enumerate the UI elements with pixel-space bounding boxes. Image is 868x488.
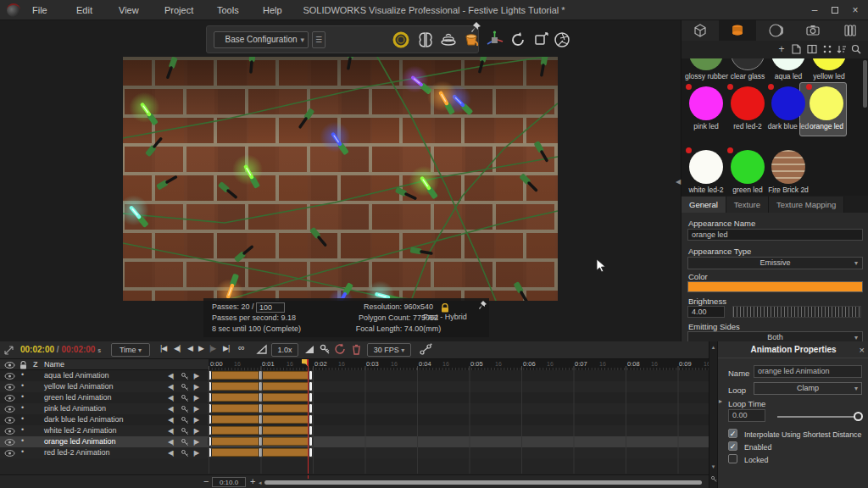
prev-keyframe-button[interactable]: ◀| <box>168 383 173 391</box>
configuration-select[interactable]: Base Configuration▾ <box>214 31 309 48</box>
prev-keyframe-button[interactable]: ◀| <box>168 394 173 402</box>
next-keyframe-button[interactable]: |▶ <box>193 416 198 424</box>
keyframe-pill[interactable] <box>208 403 212 413</box>
split-compare-icon[interactable] <box>416 30 437 51</box>
key-icon[interactable] <box>181 372 189 380</box>
track-row[interactable]: •orange led Animation◀||▶ <box>0 436 709 447</box>
panel-collapse-arrow[interactable]: ▸ <box>719 397 722 405</box>
add-appearance-button[interactable]: + <box>775 43 788 57</box>
keyframe-pill[interactable] <box>309 403 313 413</box>
tab-general[interactable]: General <box>682 197 726 213</box>
key-filter-icon[interactable] <box>710 475 717 483</box>
import-button[interactable] <box>790 43 804 57</box>
keyframe-pill[interactable] <box>259 403 263 413</box>
key-icon[interactable] <box>181 416 189 424</box>
pin-icon[interactable] <box>477 300 487 310</box>
eye-icon[interactable] <box>4 395 15 402</box>
key-icon[interactable] <box>181 449 189 458</box>
track-row[interactable]: •aqua led Animation◀||▶ <box>0 370 709 381</box>
swatch-glossy-rubber[interactable]: glossy rubber <box>685 58 727 80</box>
close-icon[interactable]: × <box>860 341 865 358</box>
delete-keyframe-icon[interactable] <box>350 343 363 356</box>
timeline-ruler[interactable]: 0:0016 0:0116 0:0216 0:0316 0:0416 0:051… <box>209 359 709 370</box>
lock-toggle[interactable]: • <box>21 370 24 379</box>
next-keyframe-button[interactable]: |▶ <box>193 427 198 435</box>
track-row[interactable]: •white led-2 Animation◀||▶ <box>0 425 709 436</box>
locked-checkbox[interactable] <box>728 454 737 463</box>
sort-button[interactable] <box>836 43 849 57</box>
time-mode-select[interactable]: Time ▾ <box>111 343 150 357</box>
keyframe-pill[interactable] <box>259 414 263 424</box>
lock-toggle[interactable]: • <box>21 447 24 456</box>
keyframe-pill[interactable] <box>208 436 212 446</box>
prev-keyframe-button[interactable]: ◀| <box>168 416 173 424</box>
keyframe-pill[interactable] <box>259 436 263 446</box>
key-icon[interactable] <box>319 343 331 356</box>
scroll-up-arrow[interactable]: ▴ <box>709 344 717 351</box>
key-icon[interactable] <box>181 427 189 435</box>
eye-icon[interactable] <box>4 417 15 424</box>
tab-texture-mapping[interactable]: Texture Mapping <box>769 197 844 213</box>
track-name[interactable]: white led-2 Animation <box>44 426 117 435</box>
keyframe-pill[interactable] <box>309 381 313 391</box>
keyframe-pill[interactable] <box>309 392 313 402</box>
keyframe-bar[interactable] <box>209 448 313 457</box>
brightness-slider[interactable] <box>732 306 861 318</box>
loop-playback-button[interactable]: ∞ <box>238 342 244 352</box>
swatch-yellow-led[interactable]: yellow led <box>808 58 850 80</box>
keyframe-pill[interactable] <box>208 381 212 391</box>
swatch-clear-glass[interactable]: clear glass <box>726 58 769 80</box>
track-name[interactable]: aqua led Animation <box>44 371 109 380</box>
playback-speed-select[interactable]: 1.0x <box>271 343 298 357</box>
play-reverse-button[interactable]: ◀ <box>187 344 192 352</box>
interpolate-checkbox[interactable]: ✓ <box>728 429 737 438</box>
play-button[interactable]: ▶ <box>198 344 203 352</box>
next-keyframe-button[interactable]: |▶ <box>193 438 198 446</box>
swatch-dark-blue-led[interactable]: dark blue led <box>767 86 810 130</box>
resize-panel-icon[interactable] <box>3 345 14 356</box>
keyframe-bar[interactable] <box>209 415 313 424</box>
pin-icon[interactable] <box>470 21 481 33</box>
key-icon[interactable] <box>181 383 189 391</box>
enabled-checkbox[interactable]: ✓ <box>728 441 737 451</box>
color-swatch-bar[interactable] <box>687 281 863 292</box>
track-name[interactable]: green led Animation <box>44 393 112 402</box>
appearance-ring-icon[interactable] <box>392 30 412 51</box>
restore-button[interactable] <box>826 0 844 20</box>
loop-keyframe-icon[interactable] <box>334 343 347 356</box>
next-keyframe-button[interactable]: |▶ <box>193 405 198 413</box>
key-icon[interactable] <box>181 438 189 446</box>
next-keyframe-button[interactable]: |▶ <box>193 372 198 380</box>
object-copy-icon[interactable] <box>531 30 551 50</box>
keyframe-pill[interactable] <box>208 392 212 402</box>
lock-toggle[interactable]: • <box>21 392 24 401</box>
tab-library[interactable] <box>832 20 868 41</box>
keyframe-bar[interactable] <box>209 437 313 446</box>
keyframe-bar[interactable] <box>209 426 313 435</box>
keyframe-pill[interactable] <box>208 447 212 458</box>
key-icon[interactable] <box>181 405 189 413</box>
track-name[interactable]: red led-2 Animation <box>44 448 110 457</box>
next-keyframe-button[interactable]: |▶ <box>193 449 198 457</box>
appearance-name-input[interactable]: orange led <box>687 229 863 241</box>
track-row[interactable]: •yellow led Animation◀||▶ <box>0 381 709 392</box>
keyframe-options-icon[interactable] <box>419 343 432 356</box>
keyframe-pill[interactable] <box>259 370 263 380</box>
playhead-line[interactable] <box>308 359 309 474</box>
eye-icon[interactable] <box>4 384 15 391</box>
keyframe-pill[interactable] <box>309 414 313 424</box>
swatch-red-led-2[interactable]: red led-2 <box>726 86 769 130</box>
track-row[interactable]: •red led-2 Animation◀||▶ <box>0 447 709 458</box>
track-row[interactable]: •green led Animation◀||▶ <box>0 392 709 403</box>
grid-view-button[interactable] <box>821 43 835 57</box>
search-icon[interactable] <box>850 43 864 57</box>
tab-cameras[interactable] <box>794 20 832 41</box>
lock-toggle[interactable]: • <box>21 436 24 445</box>
loop-time-input[interactable]: 0.00 <box>728 409 765 422</box>
rotate-icon[interactable] <box>509 30 529 51</box>
track-name[interactable]: yellow led Animation <box>44 382 114 391</box>
render-viewport[interactable] <box>123 57 558 301</box>
track-name[interactable]: pink led Animation <box>44 404 106 413</box>
keyframe-bar[interactable] <box>209 382 313 391</box>
appearance-type-select[interactable]: Emissive▾ <box>687 257 863 269</box>
